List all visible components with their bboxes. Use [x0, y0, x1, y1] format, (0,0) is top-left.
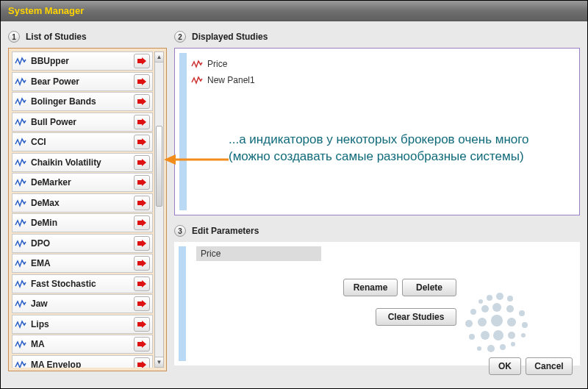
add-arrow-icon — [137, 319, 147, 329]
add-arrow-icon — [137, 117, 147, 127]
add-arrow-icon — [137, 339, 147, 349]
clear-studies-button[interactable]: Clear Studies — [376, 308, 456, 326]
add-study-button[interactable] — [134, 256, 150, 271]
scroll-thumb[interactable] — [156, 126, 162, 207]
globe-watermark-icon — [451, 287, 532, 360]
svg-marker-3 — [142, 78, 146, 85]
study-name: EMA — [31, 258, 134, 268]
svg-rect-12 — [137, 180, 142, 185]
study-name: DeMin — [31, 218, 134, 228]
svg-point-53 — [500, 344, 506, 350]
displayed-study-item[interactable]: New Panel1 — [191, 72, 570, 88]
studies-list[interactable]: BBUpperBear PowerBolinger BandsBull Powe… — [12, 51, 153, 368]
study-row[interactable]: Chaikin Volatility — [12, 153, 153, 172]
add-arrow-icon — [137, 137, 147, 147]
study-row[interactable]: DeMax — [12, 193, 153, 213]
add-study-button[interactable] — [134, 236, 150, 251]
chart-line-icon — [15, 218, 26, 228]
add-study-button[interactable] — [134, 337, 150, 351]
study-row[interactable]: CCI — [12, 132, 153, 151]
study-row[interactable]: Bear Power — [12, 72, 153, 91]
study-row[interactable]: Bolinger Bands — [12, 92, 153, 111]
study-row[interactable]: Jaw — [12, 294, 153, 313]
studies-scrollbar[interactable]: ▲ ▼ — [154, 51, 164, 368]
add-study-button[interactable] — [134, 175, 150, 190]
svg-point-40 — [519, 310, 525, 316]
add-study-button[interactable] — [134, 357, 150, 368]
svg-rect-2 — [137, 79, 142, 84]
svg-point-34 — [496, 293, 503, 300]
panel-header-2: 2 Displayed Studies — [174, 29, 580, 45]
svg-marker-5 — [142, 98, 146, 105]
add-arrow-icon — [137, 279, 147, 289]
scroll-up-button[interactable]: ▲ — [155, 52, 163, 63]
chart-line-icon — [15, 76, 26, 87]
svg-point-47 — [481, 331, 490, 340]
chart-line-icon — [191, 59, 203, 69]
study-name: Fast Stochastic — [31, 279, 134, 289]
panel-header-3: 3 Edit Parameters — [174, 223, 580, 239]
svg-marker-23 — [142, 280, 146, 288]
study-row[interactable]: EMA — [12, 254, 153, 273]
add-study-button[interactable] — [134, 317, 150, 332]
svg-point-39 — [506, 305, 514, 313]
chart-line-icon — [15, 177, 26, 188]
add-study-button[interactable] — [134, 196, 150, 210]
delete-button[interactable]: Delete — [402, 279, 456, 296]
chart-line-icon — [15, 56, 26, 66]
study-row[interactable]: DPO — [12, 234, 153, 253]
rename-button[interactable]: Rename — [343, 279, 398, 296]
add-study-button[interactable] — [134, 135, 150, 149]
add-study-button[interactable] — [134, 276, 150, 291]
chart-line-icon — [15, 339, 26, 349]
cancel-button[interactable]: Cancel — [526, 357, 573, 375]
svg-marker-29 — [142, 340, 146, 348]
study-row[interactable]: DeMarker — [12, 173, 153, 192]
svg-point-42 — [478, 318, 487, 326]
chart-line-icon — [191, 75, 203, 85]
study-name: MA — [31, 339, 134, 349]
displayed-study-item[interactable]: Price — [191, 56, 570, 72]
add-study-button[interactable] — [134, 155, 150, 170]
svg-point-52 — [487, 345, 495, 352]
svg-point-50 — [521, 333, 526, 338]
svg-marker-25 — [142, 300, 146, 307]
svg-point-49 — [508, 332, 515, 339]
add-arrow-icon — [137, 56, 147, 66]
add-study-button[interactable] — [134, 74, 150, 89]
study-row[interactable]: DeMin — [12, 213, 153, 232]
svg-point-32 — [478, 299, 483, 304]
study-row[interactable]: BBUpper — [12, 51, 153, 71]
add-study-button[interactable] — [134, 94, 150, 109]
svg-rect-26 — [137, 322, 142, 326]
svg-rect-18 — [137, 241, 142, 246]
add-study-button[interactable] — [134, 54, 150, 68]
svg-rect-16 — [137, 221, 142, 225]
study-row[interactable]: MA — [12, 335, 153, 354]
add-study-button[interactable] — [134, 215, 150, 230]
svg-point-46 — [469, 334, 475, 340]
svg-point-36 — [470, 309, 476, 315]
study-row[interactable]: Lips — [12, 315, 153, 334]
svg-point-38 — [492, 303, 501, 312]
chart-line-icon — [15, 238, 26, 249]
add-arrow-icon — [137, 218, 147, 228]
add-arrow-icon — [137, 76, 147, 87]
add-study-button[interactable] — [134, 296, 150, 311]
study-row[interactable]: MA Envelop — [12, 355, 153, 368]
chart-line-icon — [15, 96, 26, 107]
parameter-row[interactable]: Price — [196, 246, 321, 261]
svg-rect-6 — [137, 120, 142, 124]
study-row[interactable]: Fast Stochastic — [12, 274, 153, 293]
scroll-down-button[interactable]: ▼ — [155, 357, 163, 367]
study-name: Bull Power — [31, 117, 134, 127]
panel-title-2: Displayed Studies — [192, 32, 268, 42]
study-name: Bolinger Bands — [31, 96, 134, 107]
svg-marker-21 — [142, 260, 146, 267]
studies-list-body: BBUpperBear PowerBolinger BandsBull Powe… — [8, 48, 167, 371]
chart-line-icon — [15, 279, 26, 289]
add-study-button[interactable] — [134, 115, 150, 129]
displayed-study-name: Price — [207, 59, 227, 69]
svg-rect-4 — [137, 99, 142, 104]
study-row[interactable]: Bull Power — [12, 113, 153, 132]
